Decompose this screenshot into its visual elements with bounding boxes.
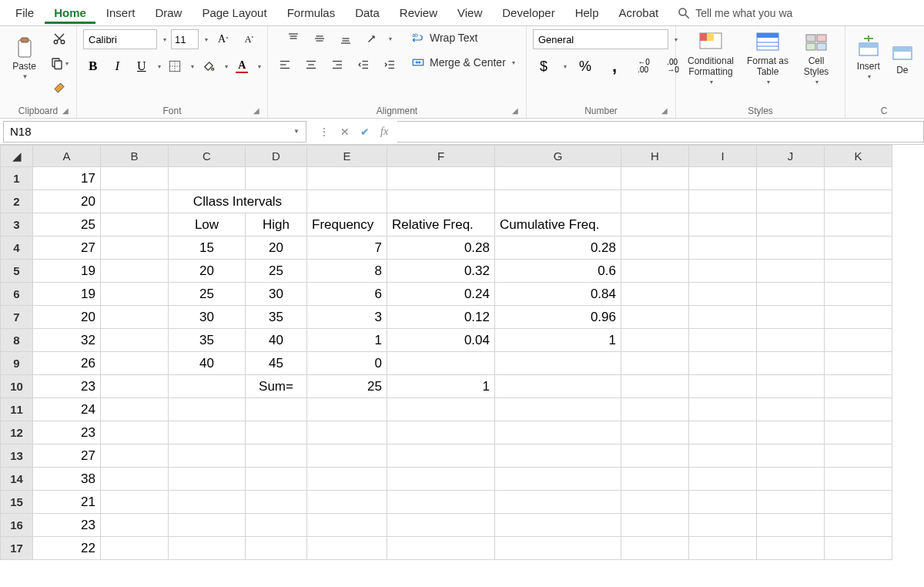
- cell[interactable]: [169, 514, 246, 537]
- cell[interactable]: [169, 375, 246, 398]
- tab-file[interactable]: File: [6, 2, 43, 24]
- tab-acrobat[interactable]: Acrobat: [610, 2, 668, 24]
- cell[interactable]: [621, 537, 689, 560]
- name-box[interactable]: N18 ▼: [3, 121, 306, 143]
- cell[interactable]: 25: [307, 375, 387, 398]
- row-header[interactable]: 9: [1, 352, 33, 375]
- cell[interactable]: [621, 491, 689, 514]
- cell[interactable]: 27: [33, 236, 101, 260]
- cell[interactable]: [689, 213, 757, 236]
- cell[interactable]: [825, 514, 892, 537]
- cell[interactable]: [689, 398, 757, 421]
- cell[interactable]: [757, 213, 825, 236]
- spreadsheet-grid[interactable]: ◢ A B C D E F G H I J K 117220Cllass Int…: [0, 145, 924, 560]
- col-header[interactable]: B: [101, 146, 169, 167]
- cell[interactable]: Frequency: [307, 213, 387, 236]
- cell[interactable]: [101, 236, 169, 260]
- cell[interactable]: [246, 491, 307, 514]
- cell[interactable]: [246, 398, 307, 421]
- cell[interactable]: [101, 260, 169, 283]
- cell[interactable]: 23: [33, 514, 101, 537]
- cell[interactable]: [757, 167, 825, 190]
- insert-cells-button[interactable]: Insert▾: [852, 29, 886, 86]
- cell[interactable]: [101, 167, 169, 190]
- cell[interactable]: [825, 491, 892, 514]
- expand-formula-icon[interactable]: ⋮: [319, 126, 330, 138]
- cell[interactable]: [621, 306, 689, 329]
- cell[interactable]: [169, 398, 246, 421]
- cell[interactable]: [621, 283, 689, 306]
- cell[interactable]: [757, 375, 825, 398]
- cell[interactable]: [307, 421, 387, 444]
- cell[interactable]: [169, 167, 246, 190]
- cell[interactable]: [101, 213, 169, 236]
- align-middle-button[interactable]: [309, 29, 330, 48]
- formula-input[interactable]: [397, 121, 924, 143]
- comma-button[interactable]: ,: [604, 57, 625, 75]
- cell[interactable]: Sum=: [246, 375, 307, 398]
- chevron-down-icon[interactable]: ▼: [293, 128, 300, 135]
- cell[interactable]: [621, 514, 689, 537]
- cell[interactable]: 21: [33, 491, 101, 514]
- cell[interactable]: [495, 398, 621, 421]
- row-header[interactable]: 11: [1, 398, 33, 421]
- cell[interactable]: [101, 491, 169, 514]
- cell[interactable]: [621, 167, 689, 190]
- row-header[interactable]: 14: [1, 468, 33, 491]
- cell[interactable]: 0.84: [495, 283, 621, 306]
- dialog-launcher-icon[interactable]: ◢: [253, 106, 259, 115]
- cell[interactable]: [246, 514, 307, 537]
- font-size-input[interactable]: [171, 29, 199, 49]
- cell[interactable]: [495, 375, 621, 398]
- cell[interactable]: [101, 306, 169, 329]
- cell[interactable]: [825, 375, 892, 398]
- cell[interactable]: [757, 514, 825, 537]
- cell[interactable]: [689, 329, 757, 352]
- tab-page-layout[interactable]: Page Layout: [192, 2, 276, 24]
- cell[interactable]: 25: [246, 260, 307, 283]
- cell[interactable]: 19: [33, 260, 101, 283]
- cell[interactable]: [621, 375, 689, 398]
- cell[interactable]: [101, 283, 169, 306]
- row-header[interactable]: 10: [1, 375, 33, 398]
- cell[interactable]: [246, 468, 307, 491]
- cell[interactable]: [689, 375, 757, 398]
- cell[interactable]: [689, 167, 757, 190]
- row-header[interactable]: 13: [1, 444, 33, 468]
- row-header[interactable]: 2: [1, 190, 33, 213]
- cell[interactable]: [387, 398, 495, 421]
- cell[interactable]: [689, 468, 757, 491]
- cell[interactable]: 22: [33, 537, 101, 560]
- cell[interactable]: [101, 190, 169, 213]
- cell[interactable]: [495, 491, 621, 514]
- cell[interactable]: [307, 398, 387, 421]
- cell[interactable]: 0.04: [387, 329, 495, 352]
- cell[interactable]: [387, 491, 495, 514]
- row-header[interactable]: 6: [1, 283, 33, 306]
- cell[interactable]: 30: [169, 306, 246, 329]
- cell[interactable]: 20: [169, 260, 246, 283]
- cell[interactable]: 0.6: [495, 260, 621, 283]
- select-all-corner[interactable]: ◢: [1, 146, 33, 167]
- cell[interactable]: [689, 190, 757, 213]
- fx-button[interactable]: fx: [380, 126, 388, 138]
- cell[interactable]: [689, 537, 757, 560]
- cell[interactable]: 23: [33, 421, 101, 444]
- cell[interactable]: 38: [33, 468, 101, 491]
- cell[interactable]: [825, 167, 892, 190]
- cell[interactable]: [307, 468, 387, 491]
- cell[interactable]: [495, 444, 621, 468]
- cell[interactable]: [101, 514, 169, 537]
- tab-help[interactable]: Help: [566, 2, 608, 24]
- cell[interactable]: [101, 329, 169, 352]
- cell[interactable]: [757, 444, 825, 468]
- cell[interactable]: 1: [495, 329, 621, 352]
- cell[interactable]: 1: [307, 329, 387, 352]
- cell[interactable]: [101, 537, 169, 560]
- cell[interactable]: [101, 444, 169, 468]
- chevron-down-icon[interactable]: ▾: [163, 36, 166, 43]
- cell[interactable]: 25: [169, 283, 246, 306]
- cell[interactable]: 40: [246, 329, 307, 352]
- cell[interactable]: 40: [169, 352, 246, 375]
- tab-home[interactable]: Home: [45, 2, 95, 24]
